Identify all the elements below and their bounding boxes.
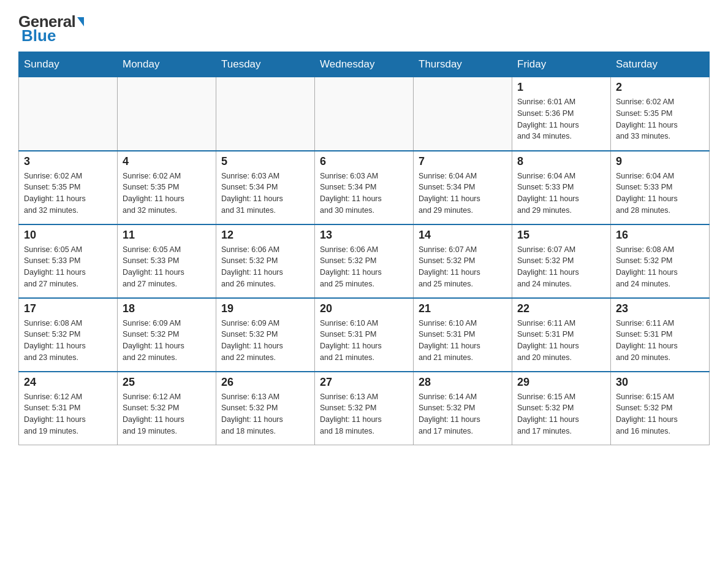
calendar-cell: [19, 77, 118, 151]
calendar-cell: 14Sunrise: 6:07 AMSunset: 5:32 PMDayligh…: [414, 224, 512, 298]
day-info: Sunrise: 6:09 AMSunset: 5:32 PMDaylight:…: [221, 318, 309, 364]
day-info: Sunrise: 6:06 AMSunset: 5:32 PMDaylight:…: [221, 244, 309, 290]
day-info: Sunrise: 6:11 AMSunset: 5:31 PMDaylight:…: [616, 318, 704, 364]
day-number: 2: [616, 81, 704, 94]
calendar-cell: [216, 77, 315, 151]
day-number: 19: [221, 302, 309, 315]
day-number: 5: [221, 155, 309, 168]
day-number: 22: [517, 302, 605, 315]
day-info: Sunrise: 6:03 AMSunset: 5:34 PMDaylight:…: [320, 170, 408, 216]
day-info: Sunrise: 6:03 AMSunset: 5:34 PMDaylight:…: [221, 170, 309, 216]
day-info: Sunrise: 6:04 AMSunset: 5:33 PMDaylight:…: [517, 170, 605, 216]
day-number: 3: [24, 155, 112, 168]
calendar-header-row: SundayMondayTuesdayWednesdayThursdayFrid…: [19, 52, 710, 77]
day-info: Sunrise: 6:12 AMSunset: 5:31 PMDaylight:…: [24, 391, 112, 437]
day-number: 24: [24, 376, 112, 389]
col-header-friday: Friday: [512, 52, 611, 77]
calendar-cell: 16Sunrise: 6:08 AMSunset: 5:32 PMDayligh…: [611, 224, 710, 298]
day-info: Sunrise: 6:13 AMSunset: 5:32 PMDaylight:…: [320, 391, 408, 437]
day-info: Sunrise: 6:02 AMSunset: 5:35 PMDaylight:…: [616, 96, 704, 142]
col-header-sunday: Sunday: [19, 52, 118, 77]
calendar-week-row: 1Sunrise: 6:01 AMSunset: 5:36 PMDaylight…: [19, 77, 710, 151]
day-number: 25: [123, 376, 211, 389]
day-info: Sunrise: 6:10 AMSunset: 5:31 PMDaylight:…: [419, 318, 507, 364]
day-info: Sunrise: 6:05 AMSunset: 5:33 PMDaylight:…: [123, 244, 211, 290]
col-header-tuesday: Tuesday: [216, 52, 315, 77]
calendar-cell: 11Sunrise: 6:05 AMSunset: 5:33 PMDayligh…: [118, 224, 216, 298]
calendar-cell: 13Sunrise: 6:06 AMSunset: 5:32 PMDayligh…: [315, 224, 414, 298]
day-number: 1: [517, 81, 605, 94]
day-info: Sunrise: 6:11 AMSunset: 5:31 PMDaylight:…: [517, 318, 605, 364]
day-number: 26: [221, 376, 309, 389]
day-info: Sunrise: 6:15 AMSunset: 5:32 PMDaylight:…: [517, 391, 605, 437]
day-number: 6: [320, 155, 408, 168]
day-number: 9: [616, 155, 704, 168]
calendar-cell: 25Sunrise: 6:12 AMSunset: 5:32 PMDayligh…: [118, 372, 216, 445]
calendar-cell: [315, 77, 414, 151]
calendar-cell: 18Sunrise: 6:09 AMSunset: 5:32 PMDayligh…: [118, 298, 216, 372]
day-number: 10: [24, 229, 112, 242]
logo-blue-text: Blue: [18, 26, 56, 45]
day-info: Sunrise: 6:04 AMSunset: 5:33 PMDaylight:…: [616, 170, 704, 216]
calendar-cell: 21Sunrise: 6:10 AMSunset: 5:31 PMDayligh…: [414, 298, 512, 372]
day-info: Sunrise: 6:09 AMSunset: 5:32 PMDaylight:…: [123, 318, 211, 364]
calendar-week-row: 17Sunrise: 6:08 AMSunset: 5:32 PMDayligh…: [19, 298, 710, 372]
logo-triangle-icon: [77, 17, 84, 26]
calendar-cell: 7Sunrise: 6:04 AMSunset: 5:34 PMDaylight…: [414, 151, 512, 224]
calendar-cell: 23Sunrise: 6:11 AMSunset: 5:31 PMDayligh…: [611, 298, 710, 372]
calendar-cell: [414, 77, 512, 151]
page-header: General Blue: [18, 12, 710, 45]
calendar-cell: 15Sunrise: 6:07 AMSunset: 5:32 PMDayligh…: [512, 224, 611, 298]
calendar-cell: 10Sunrise: 6:05 AMSunset: 5:33 PMDayligh…: [19, 224, 118, 298]
calendar-table: SundayMondayTuesdayWednesdayThursdayFrid…: [18, 52, 710, 445]
day-number: 16: [616, 229, 704, 242]
logo: General Blue: [18, 12, 84, 45]
day-number: 7: [419, 155, 507, 168]
calendar-cell: 12Sunrise: 6:06 AMSunset: 5:32 PMDayligh…: [216, 224, 315, 298]
day-info: Sunrise: 6:14 AMSunset: 5:32 PMDaylight:…: [419, 391, 507, 437]
day-number: 29: [517, 376, 605, 389]
col-header-wednesday: Wednesday: [315, 52, 414, 77]
calendar-cell: 8Sunrise: 6:04 AMSunset: 5:33 PMDaylight…: [512, 151, 611, 224]
day-number: 21: [419, 302, 507, 315]
calendar-week-row: 24Sunrise: 6:12 AMSunset: 5:31 PMDayligh…: [19, 372, 710, 445]
day-info: Sunrise: 6:06 AMSunset: 5:32 PMDaylight:…: [320, 244, 408, 290]
calendar-cell: 19Sunrise: 6:09 AMSunset: 5:32 PMDayligh…: [216, 298, 315, 372]
col-header-monday: Monday: [118, 52, 216, 77]
col-header-thursday: Thursday: [414, 52, 512, 77]
day-info: Sunrise: 6:05 AMSunset: 5:33 PMDaylight:…: [24, 244, 112, 290]
day-info: Sunrise: 6:07 AMSunset: 5:32 PMDaylight:…: [419, 244, 507, 290]
calendar-cell: 22Sunrise: 6:11 AMSunset: 5:31 PMDayligh…: [512, 298, 611, 372]
day-info: Sunrise: 6:15 AMSunset: 5:32 PMDaylight:…: [616, 391, 704, 437]
calendar-cell: 1Sunrise: 6:01 AMSunset: 5:36 PMDaylight…: [512, 77, 611, 151]
calendar-cell: 28Sunrise: 6:14 AMSunset: 5:32 PMDayligh…: [414, 372, 512, 445]
calendar-cell: 4Sunrise: 6:02 AMSunset: 5:35 PMDaylight…: [118, 151, 216, 224]
day-info: Sunrise: 6:13 AMSunset: 5:32 PMDaylight:…: [221, 391, 309, 437]
day-number: 14: [419, 229, 507, 242]
day-number: 23: [616, 302, 704, 315]
calendar-week-row: 3Sunrise: 6:02 AMSunset: 5:35 PMDaylight…: [19, 151, 710, 224]
calendar-cell: 20Sunrise: 6:10 AMSunset: 5:31 PMDayligh…: [315, 298, 414, 372]
calendar-cell: 17Sunrise: 6:08 AMSunset: 5:32 PMDayligh…: [19, 298, 118, 372]
calendar-cell: 2Sunrise: 6:02 AMSunset: 5:35 PMDaylight…: [611, 77, 710, 151]
day-info: Sunrise: 6:08 AMSunset: 5:32 PMDaylight:…: [24, 318, 112, 364]
day-number: 18: [123, 302, 211, 315]
day-number: 17: [24, 302, 112, 315]
day-number: 30: [616, 376, 704, 389]
day-info: Sunrise: 6:02 AMSunset: 5:35 PMDaylight:…: [24, 170, 112, 216]
day-number: 4: [123, 155, 211, 168]
calendar-cell: 24Sunrise: 6:12 AMSunset: 5:31 PMDayligh…: [19, 372, 118, 445]
day-number: 27: [320, 376, 408, 389]
day-info: Sunrise: 6:04 AMSunset: 5:34 PMDaylight:…: [419, 170, 507, 216]
calendar-cell: 9Sunrise: 6:04 AMSunset: 5:33 PMDaylight…: [611, 151, 710, 224]
calendar-cell: 27Sunrise: 6:13 AMSunset: 5:32 PMDayligh…: [315, 372, 414, 445]
day-info: Sunrise: 6:08 AMSunset: 5:32 PMDaylight:…: [616, 244, 704, 290]
day-info: Sunrise: 6:07 AMSunset: 5:32 PMDaylight:…: [517, 244, 605, 290]
day-number: 12: [221, 229, 309, 242]
day-info: Sunrise: 6:02 AMSunset: 5:35 PMDaylight:…: [123, 170, 211, 216]
day-number: 13: [320, 229, 408, 242]
day-number: 20: [320, 302, 408, 315]
calendar-week-row: 10Sunrise: 6:05 AMSunset: 5:33 PMDayligh…: [19, 224, 710, 298]
calendar-cell: 30Sunrise: 6:15 AMSunset: 5:32 PMDayligh…: [611, 372, 710, 445]
day-info: Sunrise: 6:12 AMSunset: 5:32 PMDaylight:…: [123, 391, 211, 437]
